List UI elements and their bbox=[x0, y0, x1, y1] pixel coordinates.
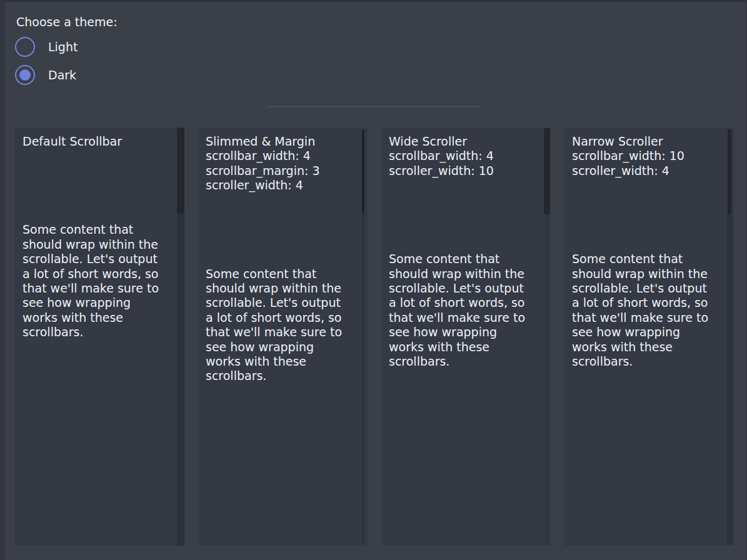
scrollbar-demo-columns: Default Scrollbar Some content that shou… bbox=[15, 128, 734, 546]
radio-icon-dark[interactable] bbox=[15, 65, 35, 85]
radio-label-dark: Dark bbox=[48, 68, 76, 82]
radio-label-light: Light bbox=[48, 40, 78, 54]
radio-icon-light[interactable] bbox=[15, 37, 35, 57]
panel-content: Some content that should wrap within the… bbox=[572, 252, 721, 369]
radio-option-dark[interactable]: Dark bbox=[15, 65, 76, 85]
radio-dot-icon bbox=[19, 69, 31, 81]
radio-option-light[interactable]: Light bbox=[15, 37, 78, 57]
panel-default-scrollbar: Default Scrollbar Some content that shou… bbox=[15, 128, 184, 546]
scrollbar-thumb[interactable] bbox=[544, 128, 550, 214]
panel-wide-scroller: Wide Scroller scrollbar_width: 4 scrolle… bbox=[381, 128, 551, 546]
scrollbar-thumb[interactable] bbox=[362, 129, 364, 213]
app-window: Choose a theme: Light Dark Default Scrol… bbox=[0, 0, 747, 560]
panel-slimmed-margin: Slimmed & Margin scrollbar_width: 4 scro… bbox=[198, 128, 368, 546]
panel-content: Some content that should wrap within the… bbox=[389, 252, 538, 369]
scrollbar-thumb[interactable] bbox=[177, 128, 184, 214]
panel-title: Slimmed & Margin scrollbar_width: 4 scro… bbox=[206, 134, 351, 193]
section-divider bbox=[267, 106, 482, 108]
panel-title: Default Scrollbar bbox=[23, 134, 168, 149]
panel-content: Some content that should wrap within the… bbox=[206, 267, 355, 384]
panel-title: Wide Scroller scrollbar_width: 4 scrolle… bbox=[389, 134, 534, 178]
panel-narrow-scroller: Narrow Scroller scrollbar_width: 10 scro… bbox=[564, 128, 734, 546]
panel-title: Narrow Scroller scrollbar_width: 10 scro… bbox=[572, 134, 718, 178]
theme-chooser-label: Choose a theme: bbox=[16, 15, 118, 29]
scrollbar-thumb[interactable] bbox=[728, 129, 731, 215]
panel-content: Some content that should wrap within the… bbox=[23, 222, 172, 339]
